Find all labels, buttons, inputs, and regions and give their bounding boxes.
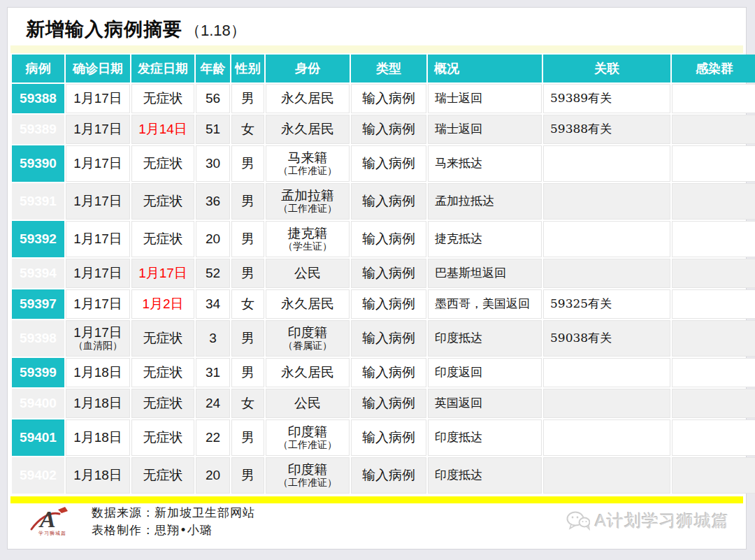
cell-link	[543, 183, 670, 220]
cell-gender: 男	[231, 183, 264, 220]
cell-identity: 公民	[266, 259, 350, 288]
cell-gender: 男	[231, 259, 264, 288]
cell-case-number: 59390	[12, 145, 64, 182]
cell-type: 输入病例	[351, 419, 426, 456]
cell-confirm-date: 1月18日	[66, 419, 130, 456]
cell-age: 52	[196, 259, 230, 288]
cell-cluster	[672, 183, 755, 220]
column-header-10: 感染群	[672, 55, 755, 82]
cell-identity-note: （工作准证）	[269, 203, 346, 214]
cell-identity-note: （眷属证）	[269, 340, 346, 351]
cell-cluster	[672, 289, 755, 319]
wechat-watermark: A计划学习狮城篇	[566, 510, 729, 532]
cell-age: 51	[196, 115, 230, 144]
table-row: 593921月17日无症状20男捷克籍（学生证）输入病例捷克抵达	[12, 221, 755, 257]
cell-confirm-date: 1月17日	[66, 84, 130, 113]
table-header-row: 病例确诊日期发症日期年龄性别身份类型概况关联感染群	[12, 55, 755, 82]
cell-link	[543, 145, 670, 182]
cell-identity: 印度籍（工作准证）	[266, 457, 350, 494]
cell-overview: 印度抵达	[428, 457, 542, 494]
cell-link: 59388有关	[543, 115, 670, 144]
column-header-7: 类型	[351, 55, 426, 82]
table-row: 593991月18日无症状31男永久居民输入病例印度返回	[12, 358, 755, 387]
cell-onset-date: 无症状	[131, 84, 194, 113]
cell-type: 输入病例	[351, 358, 426, 387]
table-row: 593911月17日无症状36男孟加拉籍（工作准证）输入病例孟加拉抵达	[12, 183, 755, 220]
cell-gender: 男	[231, 320, 264, 357]
cell-type: 输入病例	[351, 320, 426, 357]
cell-gender: 男	[231, 419, 264, 456]
cell-link	[543, 358, 670, 387]
column-header-5: 性别	[231, 55, 264, 82]
cell-link: 59038有关	[543, 320, 670, 357]
cell-case-number: 59389	[12, 115, 64, 144]
cell-confirm-date: 1月17日	[66, 115, 130, 144]
cell-confirm-date: 1月17日（血清阳）	[66, 320, 130, 357]
cell-type: 输入病例	[351, 289, 426, 319]
logo-graphic: A 学习狮城篇	[29, 504, 79, 536]
cell-overview: 墨西哥，美国返回	[428, 289, 542, 319]
table-row: 594021月18日无症状20男印度籍（工作准证）输入病例印度抵达	[12, 457, 755, 494]
column-header-4: 年龄	[196, 55, 230, 82]
data-source-line: 数据来源：新加坡卫生部网站	[92, 504, 255, 522]
cell-case-number: 59400	[12, 389, 64, 418]
header-row: 病例确诊日期发症日期年龄性别身份类型概况关联感染群	[12, 55, 755, 82]
cell-gender: 男	[231, 84, 264, 113]
cell-link	[543, 259, 670, 288]
cell-type: 输入病例	[351, 457, 426, 494]
cell-cluster	[672, 84, 755, 113]
cell-confirm-date: 1月17日	[66, 289, 130, 319]
cell-link: 59389有关	[543, 84, 670, 113]
cell-gender: 女	[231, 115, 264, 144]
cell-confirm-date: 1月17日	[66, 259, 130, 288]
page-title-text: 新增输入病例摘要	[26, 19, 182, 40]
page-title: 新增输入病例摘要（1.18）	[8, 8, 746, 45]
cell-gender: 女	[231, 289, 264, 319]
cell-age: 34	[196, 289, 230, 319]
cell-confirm-date: 1月18日	[66, 358, 130, 387]
cell-confirm-date: 1月18日	[66, 389, 130, 418]
page-title-date: （1.18）	[185, 22, 246, 39]
cell-age: 20	[196, 221, 230, 257]
cell-identity-note: （工作准证）	[269, 478, 346, 488]
cell-onset-date: 无症状	[131, 358, 194, 387]
table-row: 594011月18日无症状22男印度籍（工作准证）输入病例印度抵达	[12, 419, 755, 456]
footer-divider-bar	[10, 496, 743, 503]
cell-overview: 马来抵达	[428, 145, 542, 182]
cell-onset-date: 1月17日	[131, 259, 194, 288]
table-row: 594001月18日无症状24女公民输入病例英国返回	[12, 389, 755, 418]
cell-gender: 男	[231, 457, 264, 494]
watermark-text: A计划学习狮城篇	[595, 510, 729, 532]
cell-age: 3	[196, 320, 230, 357]
cell-gender: 男	[231, 221, 264, 257]
column-header-6: 身份	[266, 55, 350, 82]
table-row: 593971月17日1月2日34女永久居民输入病例墨西哥，美国返回59325有关	[12, 289, 755, 319]
cell-type: 输入病例	[351, 183, 426, 220]
cell-case-number: 59401	[12, 419, 64, 456]
cell-cluster	[672, 358, 755, 387]
cell-cluster	[672, 320, 755, 357]
column-header-3: 发症日期	[131, 55, 194, 82]
cell-identity-note: （学生证）	[269, 241, 346, 252]
cell-confirm-date: 1月17日	[66, 145, 130, 182]
cell-overview: 印度抵达	[428, 419, 542, 456]
cell-identity: 马来籍（工作准证）	[266, 145, 350, 182]
cell-case-number: 59392	[12, 221, 64, 257]
cell-type: 输入病例	[351, 221, 426, 257]
cell-cluster	[672, 419, 755, 456]
cell-case-number: 59397	[12, 289, 64, 319]
cell-link: 59325有关	[543, 289, 670, 319]
cell-overview: 瑞士返回	[428, 115, 542, 144]
cell-overview: 英国返回	[428, 389, 542, 418]
cell-cluster	[672, 115, 755, 144]
table-body: 593881月17日无症状56男永久居民输入病例瑞士返回59389有关59389…	[12, 84, 755, 494]
cell-identity: 永久居民	[266, 115, 350, 144]
cell-overview: 巴基斯坦返回	[428, 259, 542, 288]
cell-identity: 永久居民	[266, 289, 350, 319]
logo-caption: 学习狮城篇	[38, 531, 66, 536]
cell-confirm-date: 1月17日	[66, 221, 130, 257]
cell-link	[543, 389, 670, 418]
cell-case-number: 59394	[12, 259, 64, 288]
cell-identity: 印度籍（工作准证）	[266, 419, 350, 456]
footer: A 学习狮城篇 数据来源：新加坡卫生部网站 表格制作：思翔•小璐 A计划学习狮城…	[8, 504, 746, 539]
